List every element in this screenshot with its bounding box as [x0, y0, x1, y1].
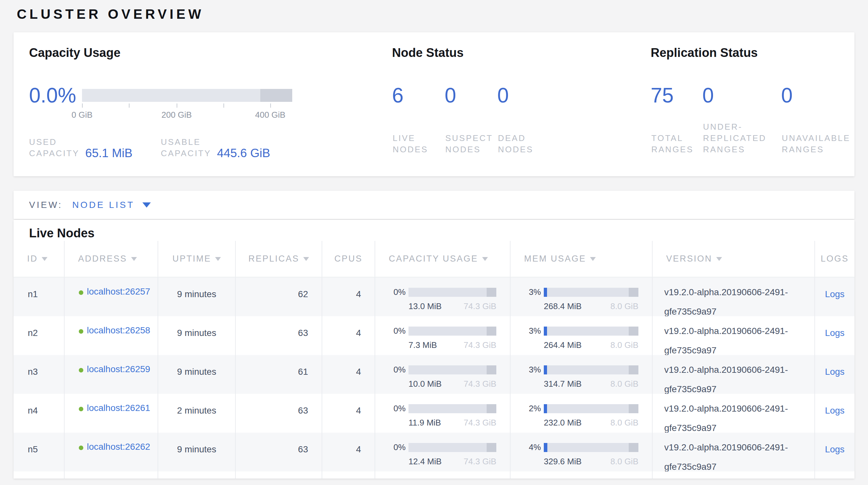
capacity-usage-used-value: 11.9 MiB — [408, 418, 441, 428]
column-header-label: ADDRESS — [78, 254, 127, 264]
capacity-usage-bar — [408, 326, 496, 336]
live-nodes-card: Live Nodes IDADDRESSUPTIMEREPLICASCPUSCA… — [13, 220, 855, 479]
column-header-label: UPTIME — [173, 254, 211, 264]
capacity-usage-gauge — [82, 89, 292, 102]
mem-usage-used-value: 264.4 MiB — [544, 340, 582, 350]
mem-usage-total-value: 8.0 GiB — [610, 340, 639, 350]
cell-uptime: 9 minutes — [158, 316, 236, 355]
usage-bar-reserved-segment — [487, 443, 496, 452]
live-nodes-label: LIVE NODES — [393, 133, 428, 155]
cell-mem-usage: 3%268.4 MiB8.0 GiB — [510, 278, 653, 316]
address-link[interactable]: localhost:26257 — [87, 282, 150, 316]
cell-version: v19.2.0-alpha.20190606-2491-gfe735c9a97 — [653, 316, 815, 355]
suspect-nodes-label: SUSPECT NODES — [445, 133, 493, 155]
column-header-id[interactable]: ID — [13, 241, 65, 277]
logs-link[interactable]: Logs — [825, 328, 845, 338]
node-live-status-dot — [79, 329, 83, 334]
cell-replicas: 63 — [236, 433, 322, 472]
cell-capacity-usage: 0%10.0 MiB74.3 GiB — [375, 355, 510, 394]
mem-usage-percent: 3% — [526, 326, 541, 336]
cell-mem-usage: 3%264.4 MiB8.0 GiB — [510, 316, 653, 355]
under-replicated-count: 0 — [702, 83, 714, 107]
column-header-uptime[interactable]: UPTIME — [158, 241, 236, 277]
cell-node-id: n4 — [13, 394, 65, 433]
mem-usage-total-value: 8.0 GiB — [610, 418, 639, 428]
cell-replicas: 63 — [236, 394, 322, 433]
capacity-gauge-reserved-segment — [260, 89, 292, 102]
cell-address: localhost:26258 — [65, 316, 158, 355]
address-link[interactable]: localhost:26262 — [87, 437, 150, 472]
column-header-logs: LOGS — [815, 241, 855, 277]
mem-usage-total-value: 8.0 GiB — [610, 301, 639, 311]
mem-usage-percent: 4% — [526, 442, 541, 452]
page-title: CLUSTER OVERVIEW — [17, 6, 204, 22]
mem-usage-bar — [544, 365, 639, 374]
cell-mem-usage: 3%314.7 MiB8.0 GiB — [510, 355, 653, 394]
cell-node-id: n1 — [13, 278, 65, 316]
column-header-mem[interactable]: MEM USAGE — [510, 241, 653, 277]
cell-replicas: 63 — [236, 316, 322, 355]
capacity-usage-used-value: 13.0 MiB — [408, 301, 442, 311]
mem-usage-total-value: 8.0 GiB — [610, 457, 639, 466]
table-row: n4localhost:262612 minutes6340%11.9 MiB7… — [13, 394, 855, 433]
logs-link[interactable]: Logs — [825, 444, 845, 454]
partial-row-cell — [510, 472, 653, 479]
total-ranges-label: TOTAL RANGES — [651, 133, 693, 155]
capacity-usage-bar — [408, 365, 496, 374]
mem-usage-used-value: 232.0 MiB — [544, 418, 582, 428]
table-row: n2localhost:262589 minutes6340%7.3 MiB74… — [13, 316, 855, 355]
node-live-status-dot — [79, 368, 83, 372]
sort-caret-icon — [131, 257, 137, 261]
used-capacity-label: USED CAPACITY — [29, 137, 80, 159]
mem-usage-percent: 2% — [526, 403, 541, 413]
column-header-address[interactable]: ADDRESS — [65, 241, 158, 277]
usage-bar-reserved-segment — [487, 326, 496, 336]
usage-bar-fill — [544, 326, 547, 336]
node-live-status-dot — [79, 446, 83, 450]
table-header-row: IDADDRESSUPTIMEREPLICASCPUSCAPACITY USAG… — [13, 241, 855, 278]
column-header-label: REPLICAS — [248, 254, 299, 264]
usage-bar-reserved-segment — [629, 404, 639, 413]
mem-usage-percent: 3% — [526, 287, 541, 297]
cell-node-id: n3 — [13, 355, 65, 394]
cell-mem-usage: 4%329.6 MiB8.0 GiB — [510, 433, 653, 472]
dead-nodes-stat: 0 DEAD NODES — [497, 83, 509, 155]
logs-link[interactable]: Logs — [825, 367, 845, 377]
cell-address: localhost:26259 — [65, 355, 158, 394]
cell-cpus: 4 — [322, 316, 375, 355]
column-header-capacity[interactable]: CAPACITY USAGE — [375, 241, 510, 277]
unavailable-ranges-count: 0 — [781, 83, 793, 107]
logs-link[interactable]: Logs — [825, 405, 845, 416]
replication-status-title: Replication Status — [651, 46, 758, 60]
mem-usage-used-value: 268.4 MiB — [544, 301, 582, 311]
sort-caret-icon — [303, 257, 309, 261]
view-bar: VIEW: NODE LIST — [13, 191, 855, 219]
cluster-summary-card: Capacity Usage 0.0% 0 GiB 200 GiB 400 Gi… — [13, 32, 855, 176]
view-selector-dropdown[interactable]: NODE LIST — [72, 200, 151, 210]
cell-capacity-usage: 0%7.3 MiB74.3 GiB — [375, 316, 510, 355]
usage-bar-reserved-segment — [487, 365, 496, 374]
cell-replicas: 62 — [236, 278, 322, 316]
version-text: v19.2.0-alpha.20190606-2491-gfe735c9a97 — [664, 283, 800, 316]
address-link[interactable]: localhost:26261 — [87, 398, 150, 433]
version-text: v19.2.0-alpha.20190606-2491-gfe735c9a97 — [664, 438, 800, 472]
logs-link[interactable]: Logs — [825, 289, 845, 299]
column-header-version[interactable]: VERSION — [653, 241, 815, 277]
cell-logs: Logs — [815, 394, 855, 433]
column-header-cpus: CPUS — [322, 241, 375, 277]
partial-row-cell — [13, 472, 65, 479]
gauge-tick-label-200: 200 GiB — [151, 110, 203, 120]
capacity-usage-total-value: 74.3 GiB — [464, 457, 496, 466]
usable-capacity-label: USABLE CAPACITY — [161, 137, 211, 159]
address-link[interactable]: localhost:26258 — [87, 321, 150, 355]
column-header-label: LOGS — [820, 254, 848, 264]
column-header-replicas[interactable]: REPLICAS — [236, 241, 322, 277]
address-link[interactable]: localhost:26259 — [87, 360, 150, 394]
cell-cpus: 4 — [322, 433, 375, 472]
column-header-label: VERSION — [666, 254, 712, 264]
cell-address: localhost:26261 — [65, 394, 158, 433]
gauge-tick-label-400: 400 GiB — [244, 110, 296, 120]
column-header-label: MEM USAGE — [524, 254, 586, 264]
partial-row-cell — [158, 472, 236, 479]
mem-usage-percent: 3% — [526, 365, 541, 375]
